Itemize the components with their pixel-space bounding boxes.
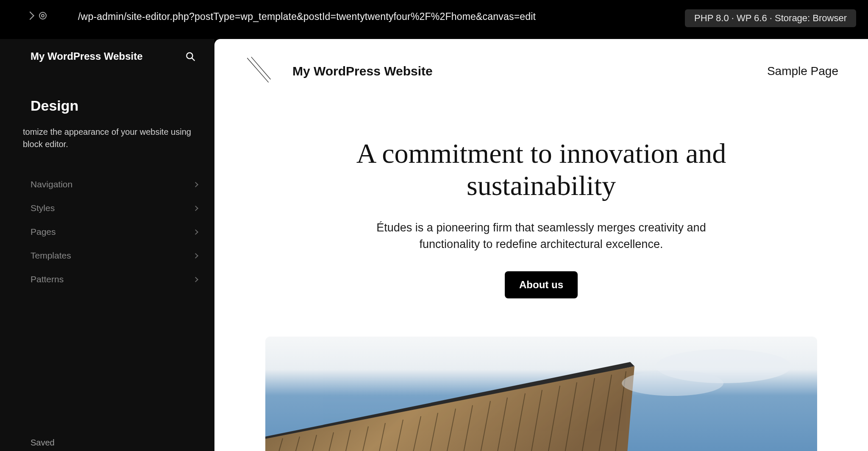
workspace: My WordPress Website Design tomize the a… (0, 39, 868, 451)
chevron-right-icon (193, 182, 198, 187)
preview-header: My WordPress Website Sample Page (244, 56, 838, 86)
forward-icon[interactable] (26, 11, 34, 20)
site-logo[interactable] (244, 56, 275, 86)
save-status: Saved (31, 438, 55, 448)
svg-line-2 (247, 58, 268, 83)
sidebar-heading: Design (31, 97, 198, 114)
sidebar-header: My WordPress Website (31, 49, 198, 64)
svg-point-29 (622, 370, 723, 396)
site-editor-sidebar: My WordPress Website Design tomize the a… (0, 39, 214, 451)
sidebar-item-label: Styles (31, 203, 55, 213)
command-search-button[interactable] (183, 49, 198, 64)
chevron-right-icon (193, 253, 198, 259)
search-icon (185, 51, 196, 62)
etudes-logo-icon (244, 56, 275, 86)
sidebar-description: tomize the appearance of your website us… (23, 126, 198, 150)
sidebar-item-patterns[interactable]: Patterns (31, 269, 198, 290)
chevron-right-icon (193, 277, 198, 282)
sidebar-item-label: Pages (31, 227, 56, 237)
sidebar-item-styles[interactable]: Styles (31, 198, 198, 218)
sidebar-item-templates[interactable]: Templates (31, 245, 198, 266)
about-us-button[interactable]: About us (505, 271, 578, 298)
building-illustration (265, 337, 817, 451)
sidebar-item-navigation[interactable]: Navigation (31, 174, 198, 195)
sidebar-site-name[interactable]: My WordPress Website (31, 50, 143, 62)
sidebar-item-pages[interactable]: Pages (31, 222, 198, 242)
preview-brand: My WordPress Website (244, 56, 433, 86)
hero-title[interactable]: A commitment to innovation and sustainab… (334, 137, 749, 202)
canvas-inner: My WordPress Website Sample Page A commi… (214, 39, 868, 451)
chevron-right-icon (193, 229, 198, 235)
topbar-nav-icons (27, 12, 47, 19)
design-nav-list: Navigation Styles Pages Templates Patter… (31, 174, 198, 290)
sidebar-item-label: Patterns (31, 274, 64, 284)
svg-line-1 (192, 58, 194, 60)
sidebar-item-label: Navigation (31, 179, 72, 189)
hero-section: A commitment to innovation and sustainab… (334, 137, 749, 298)
address-bar-url: /wp-admin/site-editor.php?postType=wp_te… (78, 11, 536, 22)
reload-icon[interactable] (39, 12, 47, 19)
environment-badge: PHP 8.0 · WP 6.6 · Storage: Browser (685, 9, 856, 27)
chevron-right-icon (193, 206, 198, 211)
svg-line-3 (251, 57, 271, 79)
hero-image[interactable] (265, 337, 817, 451)
svg-point-0 (186, 53, 192, 58)
nav-link-sample-page[interactable]: Sample Page (767, 64, 838, 78)
hero-subtitle[interactable]: Études is a pioneering firm that seamles… (367, 220, 715, 253)
editor-canvas[interactable]: My WordPress Website Sample Page A commi… (214, 39, 868, 451)
preview-site-title[interactable]: My WordPress Website (292, 64, 433, 78)
sidebar-item-label: Templates (31, 251, 71, 261)
browser-topbar: /wp-admin/site-editor.php?postType=wp_te… (0, 0, 868, 39)
